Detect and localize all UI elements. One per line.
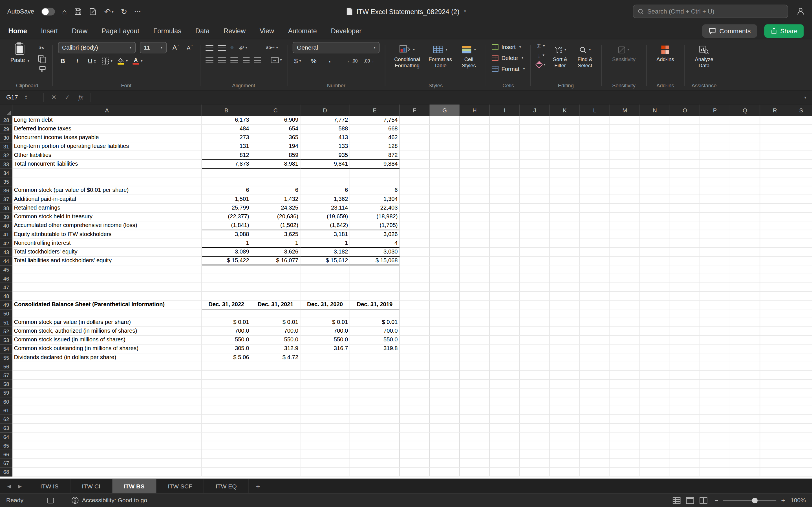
zoom-out-button[interactable]: − (714, 496, 718, 504)
cell-G36[interactable] (430, 186, 460, 195)
cell-C59[interactable] (251, 388, 300, 397)
cell-O61[interactable] (670, 406, 700, 415)
cell-B34[interactable] (202, 169, 251, 177)
cell-O67[interactable] (670, 459, 700, 467)
sensitivity-button[interactable]: ▾ Sensitivity (607, 42, 641, 63)
cell-P42[interactable] (700, 239, 730, 248)
cell-H48[interactable] (460, 292, 490, 300)
cell-I42[interactable] (490, 239, 520, 248)
cell-H40[interactable] (460, 221, 490, 230)
cell-R30[interactable] (760, 133, 790, 142)
cell-B52[interactable]: 700.0 (202, 327, 251, 336)
cell-G50[interactable] (430, 309, 460, 318)
column-header-P[interactable]: P (700, 105, 730, 116)
cell-L37[interactable] (580, 195, 610, 204)
cell-I37[interactable] (490, 195, 520, 204)
insert-cells-button[interactable]: Insert ▾ (492, 42, 521, 52)
cell-B63[interactable] (202, 424, 251, 432)
cell-D64[interactable] (300, 433, 350, 441)
cell-M66[interactable] (610, 450, 640, 459)
cell-E50[interactable] (350, 309, 400, 318)
cell-R42[interactable] (760, 239, 790, 248)
cell-J37[interactable] (520, 195, 550, 204)
cell-E62[interactable] (350, 415, 400, 424)
row-header-48[interactable]: 48 (0, 292, 12, 300)
cell-K51[interactable] (550, 318, 580, 327)
cell-H43[interactable] (460, 248, 490, 257)
cell-O66[interactable] (670, 450, 700, 459)
home-icon[interactable]: ⌂ (62, 8, 67, 15)
cell-P55[interactable] (700, 353, 730, 362)
cell-P30[interactable] (700, 133, 730, 142)
cell-R29[interactable] (760, 125, 790, 133)
cell-S48[interactable] (790, 292, 812, 300)
cell-S35[interactable] (790, 177, 812, 186)
align-right-icon[interactable] (231, 57, 238, 63)
number-format-combo[interactable]: General▾ (293, 42, 380, 53)
cell-R49[interactable] (760, 300, 790, 309)
cell-N39[interactable] (640, 213, 670, 221)
cell-A42[interactable]: Noncontrolling interest (12, 239, 202, 248)
cut-button[interactable]: ✂ (37, 44, 47, 52)
cell-G31[interactable] (430, 142, 460, 151)
cell-Q37[interactable] (730, 195, 760, 204)
cell-K61[interactable] (550, 406, 580, 415)
cell-A55[interactable]: Dividends declared (in dollars per share… (12, 353, 202, 362)
cell-C63[interactable] (251, 424, 300, 432)
cell-R46[interactable] (760, 274, 790, 283)
save-icon[interactable] (74, 8, 82, 15)
cell-F30[interactable] (400, 133, 430, 142)
cell-K43[interactable] (550, 248, 580, 257)
cell-F66[interactable] (400, 450, 430, 459)
cell-Q57[interactable] (730, 371, 760, 380)
cell-B41[interactable]: 3,088 (202, 230, 251, 239)
row-header-65[interactable]: 65 (0, 441, 12, 450)
cell-H59[interactable] (460, 388, 490, 397)
cell-P31[interactable] (700, 142, 730, 151)
cell-J47[interactable] (520, 283, 550, 292)
cell-D61[interactable] (300, 406, 350, 415)
cell-B67[interactable] (202, 459, 251, 467)
add-sheet-button[interactable]: + (249, 479, 267, 493)
cell-A29[interactable]: Deferred income taxes (12, 125, 202, 133)
cell-F55[interactable] (400, 353, 430, 362)
cell-H39[interactable] (460, 213, 490, 221)
cell-H54[interactable] (460, 344, 490, 353)
cell-F43[interactable] (400, 248, 430, 257)
cell-D29[interactable]: 588 (300, 125, 350, 133)
cell-H29[interactable] (460, 125, 490, 133)
cell-F59[interactable] (400, 388, 430, 397)
cell-D49[interactable]: Dec. 31, 2020 (300, 300, 350, 309)
cell-D54[interactable]: 316.7 (300, 344, 350, 353)
cell-D28[interactable]: 7,772 (300, 116, 350, 124)
cell-P34[interactable] (700, 169, 730, 177)
cell-A49[interactable]: Consolidated Balance Sheet (Parenthetica… (12, 300, 202, 309)
cell-N67[interactable] (640, 459, 670, 467)
cell-J41[interactable] (520, 230, 550, 239)
cell-M62[interactable] (610, 415, 640, 424)
cell-L67[interactable] (580, 459, 610, 467)
search-box[interactable] (633, 5, 788, 18)
cell-H46[interactable] (460, 274, 490, 283)
cell-P28[interactable] (700, 116, 730, 124)
format-cells-button[interactable]: Format ▾ (492, 64, 525, 73)
cell-H42[interactable] (460, 239, 490, 248)
paste-button[interactable]: Paste ▾ (7, 42, 33, 63)
cell-N61[interactable] (640, 406, 670, 415)
cell-A65[interactable] (12, 441, 202, 450)
cell-N51[interactable] (640, 318, 670, 327)
cell-A45[interactable] (12, 265, 202, 274)
column-header-N[interactable]: N (640, 105, 670, 116)
cell-I68[interactable] (490, 467, 520, 476)
cell-G42[interactable] (430, 239, 460, 248)
align-center-icon[interactable] (218, 57, 226, 63)
cell-C39[interactable]: (20,636) (251, 213, 300, 221)
cell-R37[interactable] (760, 195, 790, 204)
decrease-decimal-button[interactable]: ←.00 (347, 56, 357, 66)
cell-M59[interactable] (610, 388, 640, 397)
delete-cells-button[interactable]: Delete ▾ (492, 53, 523, 62)
cell-B58[interactable] (202, 380, 251, 388)
cell-K55[interactable] (550, 353, 580, 362)
cell-N43[interactable] (640, 248, 670, 257)
cell-K34[interactable] (550, 169, 580, 177)
